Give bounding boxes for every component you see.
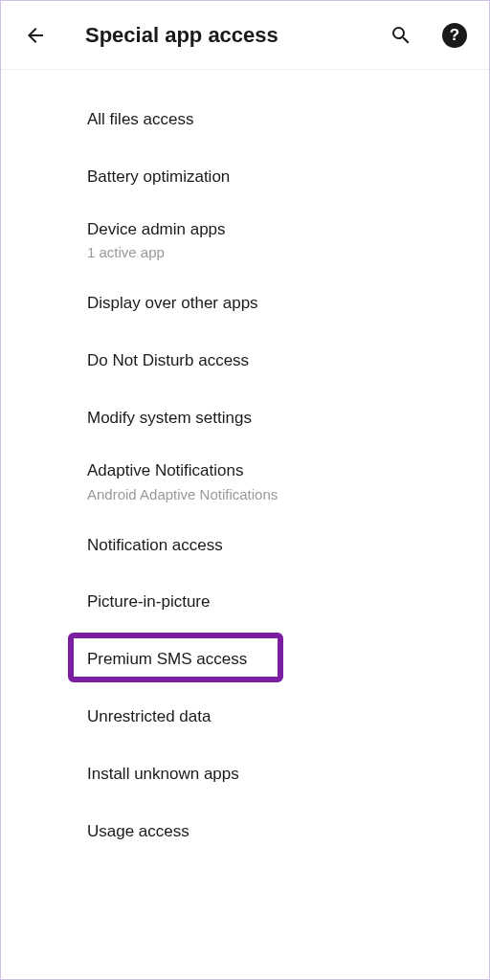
arrow-back-icon: [24, 24, 47, 47]
item-picture-in-picture[interactable]: Picture-in-picture: [1, 573, 489, 631]
item-label: All files access: [87, 108, 489, 131]
item-unrestricted-data[interactable]: Unrestricted data: [1, 688, 489, 746]
header-actions: ?: [388, 22, 468, 49]
item-modify-system-settings[interactable]: Modify system settings: [1, 390, 489, 447]
item-label: Picture-in-picture: [87, 590, 489, 613]
item-notification-access[interactable]: Notification access: [1, 517, 489, 574]
item-label: Battery optimization: [87, 166, 489, 189]
app-header: Special app access ?: [1, 1, 489, 70]
item-adaptive-notifications[interactable]: Adaptive Notifications Android Adaptive …: [1, 447, 489, 517]
search-icon: [390, 24, 412, 47]
item-display-over-other-apps[interactable]: Display over other apps: [1, 275, 489, 332]
item-label: Notification access: [87, 534, 489, 557]
back-button[interactable]: [22, 22, 49, 49]
item-label: Adaptive Notifications: [87, 459, 489, 482]
item-label: Do Not Disturb access: [87, 349, 489, 372]
item-premium-sms-access[interactable]: Premium SMS access: [1, 631, 489, 688]
item-sublabel: 1 active app: [87, 242, 489, 262]
item-all-files-access[interactable]: All files access: [1, 91, 489, 148]
item-label: Install unknown apps: [87, 763, 489, 786]
item-label: Unrestricted data: [87, 705, 489, 728]
search-button[interactable]: [388, 22, 414, 49]
item-label: Usage access: [87, 820, 489, 843]
item-device-admin-apps[interactable]: Device admin apps 1 active app: [1, 206, 489, 276]
item-install-unknown-apps[interactable]: Install unknown apps: [1, 746, 489, 803]
help-icon: ?: [442, 23, 467, 48]
item-sublabel: Android Adaptive Notifications: [87, 484, 489, 504]
item-label: Premium SMS access: [87, 648, 489, 671]
item-battery-optimization[interactable]: Battery optimization: [1, 148, 489, 206]
help-button[interactable]: ?: [441, 22, 468, 49]
item-label: Modify system settings: [87, 407, 489, 430]
settings-list: All files access Battery optimization De…: [1, 70, 489, 859]
item-usage-access[interactable]: Usage access: [1, 803, 489, 860]
item-label: Display over other apps: [87, 292, 489, 315]
page-title: Special app access: [85, 23, 388, 48]
item-label: Device admin apps: [87, 218, 489, 241]
item-do-not-disturb-access[interactable]: Do Not Disturb access: [1, 332, 489, 390]
